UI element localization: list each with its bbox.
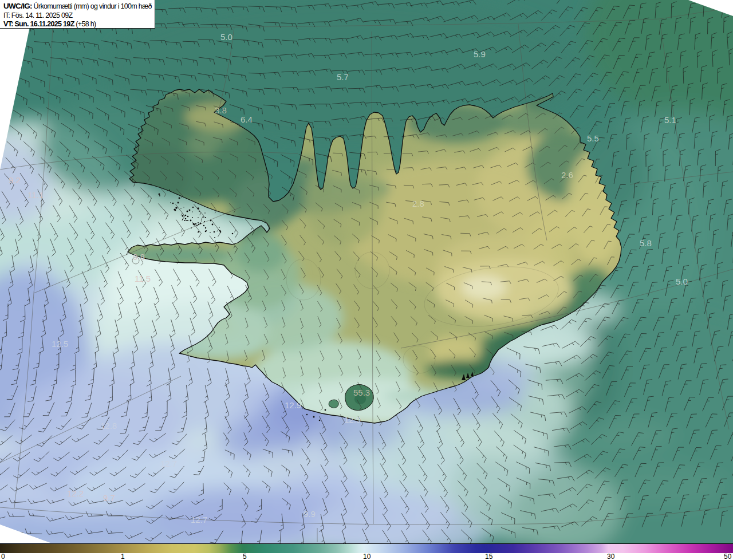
svg-text:11.1: 11.1 — [27, 190, 44, 200]
svg-text:12.2: 12.2 — [67, 488, 84, 498]
svg-text:9.9: 9.9 — [304, 509, 316, 519]
svg-text:12.5: 12.5 — [52, 339, 68, 349]
svg-text:12.8: 12.8 — [100, 421, 117, 431]
svg-text:2.8: 2.8 — [412, 199, 424, 208]
svg-text:12.9: 12.9 — [344, 415, 361, 424]
svg-text:9.2: 9.2 — [9, 175, 21, 185]
svg-text:2.6: 2.6 — [561, 170, 573, 180]
svg-text:5.5: 5.5 — [587, 133, 599, 143]
svg-text:12.7: 12.7 — [160, 459, 177, 468]
svg-text:6.4: 6.4 — [241, 115, 253, 124]
svg-text:11.5: 11.5 — [135, 274, 151, 283]
svg-text:5.0: 5.0 — [676, 277, 688, 286]
svg-text:5.9: 5.9 — [474, 49, 486, 59]
svg-text:9.7: 9.7 — [103, 493, 115, 503]
svg-text:55.3: 55.3 — [353, 388, 370, 397]
svg-text:9.8: 9.8 — [133, 252, 145, 262]
svg-text:12.7: 12.7 — [191, 515, 207, 524]
svg-text:12.9: 12.9 — [285, 400, 301, 410]
svg-text:3.8: 3.8 — [215, 105, 227, 115]
svg-text:5.8: 5.8 — [640, 238, 652, 248]
svg-text:5.7: 5.7 — [337, 72, 349, 82]
svg-text:5.1: 5.1 — [664, 115, 676, 125]
svg-text:5.0: 5.0 — [220, 32, 232, 42]
